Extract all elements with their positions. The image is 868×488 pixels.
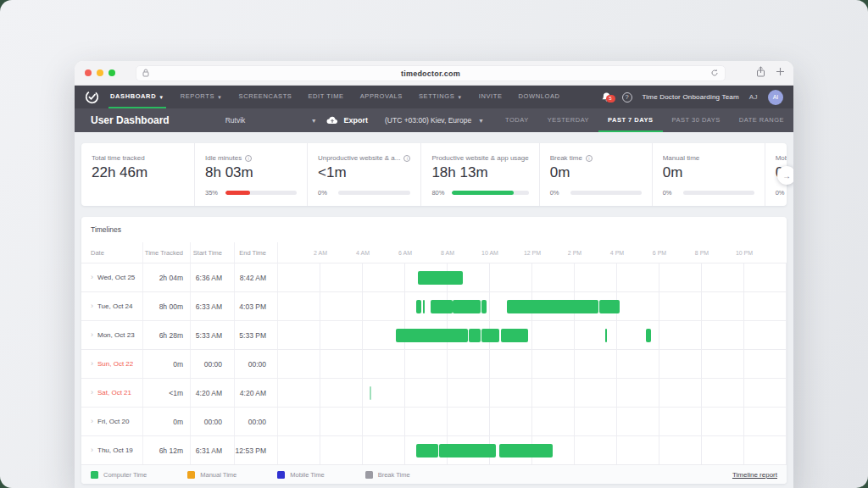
progress-track	[452, 191, 528, 195]
range-tab-past-7-days[interactable]: PAST 7 DAYS	[598, 108, 662, 132]
cell-date: ›Thu, Oct 19	[81, 436, 143, 464]
nav-right-cluster: 5 ? Time Doctor Onboarding Team AJ AI	[601, 86, 783, 108]
refresh-icon[interactable]	[710, 69, 719, 77]
stat-percent: 0%	[318, 189, 332, 197]
chevron-down-icon: ▼	[311, 118, 317, 124]
timezone-selector[interactable]: (UTC +03:00) Kiev, Europe ▼	[385, 108, 484, 132]
legend-item-mobile-time: Mobile Time	[277, 471, 324, 479]
timeline-segment[interactable]	[439, 444, 496, 458]
stat-card-total-time-tracked: Total time tracked22h 46m	[81, 143, 194, 206]
team-name[interactable]: Time Doctor Onboarding Team	[643, 93, 739, 101]
expand-row-icon[interactable]: ›	[91, 360, 93, 368]
nav-item-reports[interactable]: REPORTS▼	[179, 86, 225, 108]
timeline-segment[interactable]	[481, 300, 487, 313]
axis-tick-label: 10 AM	[481, 250, 498, 256]
nav-menu: DASHBOARD▼REPORTS▼SCREENCASTSEDIT TIMEAP…	[108, 86, 562, 108]
timeline-segment[interactable]	[481, 329, 500, 342]
address-bar[interactable]: timedoctor.com	[136, 65, 726, 81]
expand-row-icon[interactable]: ›	[91, 274, 93, 281]
scroll-right-button[interactable]: →	[777, 166, 793, 185]
stat-label-row: Manual time	[663, 154, 754, 162]
column-header-end-time: End Time	[235, 242, 278, 263]
timeline-report-link[interactable]: Timeline report	[732, 471, 777, 479]
export-cloud-icon	[326, 116, 338, 125]
row-date: Thu, Oct 19	[97, 446, 133, 454]
timeline-segment[interactable]	[501, 329, 528, 342]
timeline-segment[interactable]	[418, 271, 463, 285]
cell-date: ›Fri, Oct 20	[81, 408, 143, 435]
new-tab-icon[interactable]	[776, 67, 785, 76]
info-icon[interactable]: i	[245, 155, 252, 162]
expand-row-icon[interactable]: ›	[91, 418, 93, 425]
expand-row-icon[interactable]: ›	[91, 302, 93, 310]
legend-label: Manual Time	[200, 471, 236, 479]
info-icon[interactable]: i	[586, 155, 593, 162]
timeline-segment[interactable]	[599, 300, 620, 313]
close-window-button[interactable]	[85, 69, 92, 76]
info-icon[interactable]: i	[403, 155, 410, 162]
row-timeline	[278, 436, 787, 464]
avatar[interactable]: AI	[768, 90, 783, 105]
row-date: Sun, Oct 22	[97, 360, 133, 368]
range-tab-past-30-days[interactable]: PAST 30 DAYS	[663, 108, 730, 132]
nav-item-edit-time[interactable]: EDIT TIME	[306, 86, 345, 108]
timeline-segment[interactable]	[499, 444, 552, 458]
row-date: Fri, Oct 20	[97, 418, 129, 425]
progress-fill	[225, 191, 250, 195]
expand-row-icon[interactable]: ›	[91, 331, 93, 339]
table-row-tue-oct-24: ›Tue, Oct 248h 00m6:33 AM4:03 PM	[81, 291, 787, 320]
timeline-segment[interactable]	[507, 300, 598, 313]
legend-color-swatch	[91, 471, 98, 479]
timeline-segment[interactable]	[605, 329, 608, 342]
notifications-bell-icon[interactable]: 5	[601, 92, 612, 103]
column-header-date: Date	[81, 242, 143, 263]
share-icon[interactable]	[756, 66, 765, 77]
nav-item-screencasts[interactable]: SCREENCASTS	[237, 86, 294, 108]
nav-item-invite[interactable]: INVITE	[477, 86, 504, 108]
nav-item-dashboard[interactable]: DASHBOARD▼	[108, 86, 166, 108]
row-time-tracked: 6h 28m	[143, 321, 191, 349]
zoom-window-button[interactable]	[108, 69, 115, 76]
backdrop: timedoctor.com DASHBOARD▼REPORTS▼SCREENC…	[0, 0, 868, 488]
timeline-segment[interactable]	[431, 300, 453, 313]
stat-label-row: Unproductive website & a...i	[318, 154, 410, 162]
timeline-segment[interactable]	[469, 329, 481, 342]
row-start-time: 5:33 AM	[191, 321, 235, 349]
timeline-segment[interactable]	[396, 329, 468, 342]
timeline-segment[interactable]	[416, 444, 438, 458]
row-timeline	[278, 263, 787, 291]
range-tab-yesterday[interactable]: YESTERDAY	[538, 108, 598, 132]
expand-row-icon[interactable]: ›	[91, 446, 93, 454]
export-label: Export	[343, 116, 368, 125]
row-start-time: 00:00	[191, 350, 235, 378]
range-tab-date-range[interactable]: DATE RANGE	[730, 108, 793, 132]
selected-user: Rutvik	[225, 116, 246, 125]
axis-tick-label: 4 AM	[356, 250, 370, 256]
timeline-segment[interactable]	[453, 300, 481, 313]
user-selector[interactable]: Rutvik ▼	[225, 116, 317, 125]
nav-item-label: INVITE	[479, 92, 503, 100]
legend-label: Mobile Time	[290, 471, 324, 479]
row-timeline	[278, 379, 787, 407]
stat-card-productive-website-app-usage: Productive website & app usage18h 13m80%	[420, 143, 538, 206]
timeline-segment[interactable]	[416, 300, 421, 313]
row-start-time: 00:00	[191, 408, 235, 435]
export-button[interactable]: Export	[326, 108, 368, 132]
help-icon[interactable]: ?	[622, 92, 632, 103]
axis-tick-label: 6 AM	[398, 250, 412, 256]
nav-item-download[interactable]: DOWNLOAD	[517, 86, 562, 108]
timeline-segment[interactable]	[423, 300, 425, 313]
timeline-segment[interactable]	[646, 329, 651, 342]
nav-item-approvals[interactable]: APPROVALS	[359, 86, 404, 108]
nav-item-settings[interactable]: SETTINGS▼	[417, 86, 465, 108]
range-tab-today[interactable]: TODAY	[496, 108, 538, 132]
table-row-thu-oct-19: ›Thu, Oct 196h 12m6:31 AM12:53 PM	[81, 435, 787, 464]
minimize-window-button[interactable]	[97, 69, 103, 76]
expand-row-icon[interactable]: ›	[91, 389, 93, 396]
timedoctor-logo-icon[interactable]	[85, 86, 99, 108]
date-range-tabs: TODAYYESTERDAYPAST 7 DAYSPAST 30 DAYSDAT…	[496, 108, 793, 132]
user-initials[interactable]: AJ	[749, 93, 758, 101]
row-time-tracked: 0m	[143, 350, 191, 378]
nav-item-label: DOWNLOAD	[519, 92, 560, 100]
timeline-segment[interactable]	[370, 386, 371, 400]
